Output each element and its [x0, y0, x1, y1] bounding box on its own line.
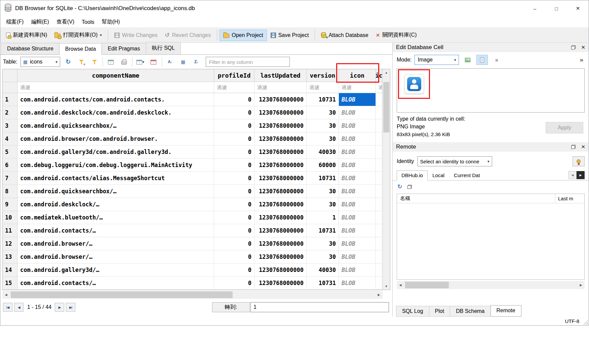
- column-header-lastupdated[interactable]: lastUpdated: [254, 69, 307, 82]
- cell-lastupdated[interactable]: 1230768000000: [254, 237, 307, 250]
- cell-componentname[interactable]: com.android.contacts/com.android.contact…: [17, 93, 214, 106]
- row-number[interactable]: 11: [3, 224, 17, 237]
- cell-lastupdated[interactable]: 1230768000000: [254, 146, 307, 159]
- filter-input-lastupdated[interactable]: 過濾: [254, 82, 307, 93]
- float-panel-icon[interactable]: [571, 45, 576, 49]
- cell-componentname[interactable]: com.android.gallery3d/com.android.galler…: [17, 146, 214, 159]
- menu-item-e[interactable]: 編輯(E): [27, 17, 52, 27]
- filter-input-componentname[interactable]: 過濾: [17, 82, 214, 93]
- refresh-button[interactable]: ↻: [63, 57, 73, 67]
- identity-select[interactable]: Select an identity to conne ▾: [418, 156, 492, 166]
- edit-columns-button[interactable]: ▦: [178, 57, 188, 67]
- cell-lastupdated[interactable]: 1230768000000: [254, 132, 307, 146]
- tab-database-structure[interactable]: Database Structure: [1, 43, 60, 54]
- row-number[interactable]: 12: [3, 237, 17, 250]
- cell-componentname[interactable]: com.debug.loggerui/com.debug.loggerui.Ma…: [17, 159, 214, 172]
- cell-icon-blob[interactable]: BLOB: [339, 224, 376, 237]
- cell-profileid[interactable]: 0: [214, 237, 254, 250]
- cell-version[interactable]: 30: [307, 119, 339, 132]
- cell-icon-blob[interactable]: BLOB: [339, 146, 376, 159]
- remote-tab-current-dat[interactable]: Current Dat: [449, 170, 485, 180]
- resize-grip[interactable]: [583, 320, 588, 325]
- cell-version[interactable]: 30: [307, 106, 339, 119]
- column-header-icon[interactable]: icon: [339, 69, 376, 82]
- cell-profileid[interactable]: 0: [214, 211, 254, 224]
- clear-filters-button[interactable]: ✕: [76, 57, 86, 67]
- more-tools-button[interactable]: »: [580, 56, 585, 64]
- cell-version[interactable]: 30: [307, 198, 339, 211]
- vertical-scrollbar[interactable]: ▲ ▼: [382, 69, 390, 290]
- cell-icon-blob[interactable]: BLOB: [339, 277, 376, 290]
- tab-sql[interactable]: 執行 SQL: [146, 42, 181, 54]
- cell-version[interactable]: 60000: [307, 159, 339, 172]
- row-number[interactable]: 13: [3, 250, 17, 264]
- scroll-left-icon[interactable]: ◀: [397, 281, 404, 289]
- tabs-scroll-left-button[interactable]: ◀: [568, 171, 577, 179]
- maximize-button[interactable]: □: [546, 0, 567, 16]
- cell-icon-blob[interactable]: BLOB: [339, 264, 376, 277]
- import-data-button[interactable]: [462, 55, 473, 65]
- menu-item-tools[interactable]: Tools: [78, 17, 98, 27]
- filter-input-ic[interactable]: 過濾: [376, 82, 382, 93]
- cell-icon-blob[interactable]: BLOB: [339, 250, 376, 264]
- column-header-version[interactable]: version: [307, 69, 339, 82]
- cell-version[interactable]: 40030: [307, 264, 339, 277]
- column-header-componentname[interactable]: componentName: [17, 69, 214, 82]
- row-number[interactable]: 15: [3, 277, 17, 290]
- filter-input-icon[interactable]: 過濾: [339, 82, 376, 93]
- table-select[interactable]: ▦ icons ▾: [21, 57, 60, 67]
- clone-database-icon[interactable]: [407, 185, 412, 189]
- cell-icon-blob[interactable]: BLOB: [339, 185, 376, 198]
- cell-version[interactable]: 30: [307, 250, 339, 264]
- cell-icon-blob[interactable]: BLOB: [339, 172, 376, 185]
- minimize-button[interactable]: –: [524, 0, 546, 16]
- sort-desc-button[interactable]: Z↓: [191, 57, 201, 67]
- tab-browse-data[interactable]: Browse Data: [59, 43, 102, 55]
- cell-lastupdated[interactable]: 1230768000000: [254, 159, 307, 172]
- dock-tab-remote[interactable]: Remote: [490, 305, 521, 317]
- cell-icon-blob[interactable]: BLOB: [339, 106, 376, 119]
- cell-profileid[interactable]: 0: [214, 106, 254, 119]
- cell-icon-blob[interactable]: BLOB: [339, 119, 376, 132]
- cell-componentname[interactable]: com.android.gallery3d/…: [17, 264, 214, 277]
- new-record-button[interactable]: [106, 57, 116, 67]
- dock-tab-db-schema[interactable]: DB Schema: [450, 306, 490, 317]
- tabs-scroll-right-button[interactable]: ▶: [577, 171, 585, 179]
- cell-icon-blob[interactable]: BLOB: [339, 198, 376, 211]
- print-button[interactable]: [119, 57, 129, 67]
- goto-input[interactable]: [250, 302, 389, 312]
- binary-view-button[interactable]: [476, 55, 488, 65]
- cell-lastupdated[interactable]: 1230768000000: [254, 277, 307, 290]
- row-number[interactable]: 3: [3, 119, 17, 132]
- cell-lastupdated[interactable]: 1230768000000: [254, 224, 307, 237]
- cell-profileid[interactable]: 0: [214, 264, 254, 277]
- revert-changes-button[interactable]: ↺ Revert Changes: [161, 29, 214, 41]
- duplicate-record-button[interactable]: ▾: [135, 57, 146, 67]
- scroll-left-icon[interactable]: ◀: [2, 291, 10, 299]
- scroll-right-icon[interactable]: ▶: [577, 281, 585, 289]
- cell-icon-blob[interactable]: BLOB: [339, 237, 376, 250]
- cell-version[interactable]: 10731: [307, 93, 339, 106]
- cell-icon-blob[interactable]: BLOB: [339, 159, 376, 172]
- last-page-button[interactable]: ▶|: [66, 303, 75, 312]
- cell-profileid[interactable]: 0: [214, 146, 254, 159]
- cell-icon-blob[interactable]: BLOB: [339, 132, 376, 146]
- row-number[interactable]: 9: [3, 198, 17, 211]
- cell-lastupdated[interactable]: 1230768000000: [254, 185, 307, 198]
- cell-version[interactable]: 30: [307, 132, 339, 146]
- row-number[interactable]: 8: [3, 185, 17, 198]
- cell-profileid[interactable]: 0: [214, 159, 254, 172]
- cell-componentname[interactable]: com.android.contacts/…: [17, 224, 214, 237]
- row-number[interactable]: 14: [3, 264, 17, 277]
- first-page-button[interactable]: |◀: [3, 303, 12, 312]
- cell-profileid[interactable]: 0: [214, 224, 254, 237]
- delete-record-button[interactable]: [149, 57, 159, 67]
- remote-column-modified[interactable]: Last m: [555, 194, 584, 203]
- cell-componentname[interactable]: com.android.quicksearchbox/…: [17, 119, 214, 132]
- filter-input-version[interactable]: 過濾: [307, 82, 339, 93]
- write-changes-button[interactable]: Write Changes: [111, 30, 161, 41]
- cell-profileid[interactable]: 0: [214, 277, 254, 290]
- scroll-down-icon[interactable]: ▼: [383, 283, 390, 290]
- cell-profileid[interactable]: 0: [214, 198, 254, 211]
- menu-item-v[interactable]: 查看(V): [53, 17, 78, 27]
